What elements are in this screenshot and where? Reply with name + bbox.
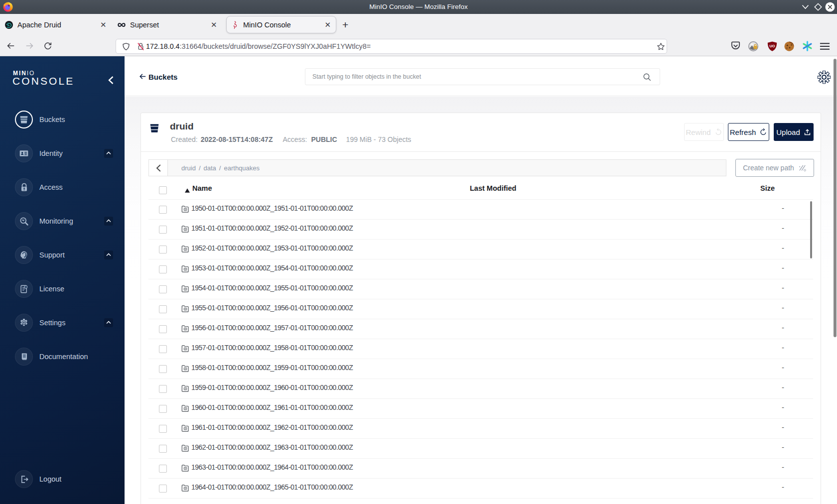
svg-text:UO: UO — [770, 44, 775, 48]
